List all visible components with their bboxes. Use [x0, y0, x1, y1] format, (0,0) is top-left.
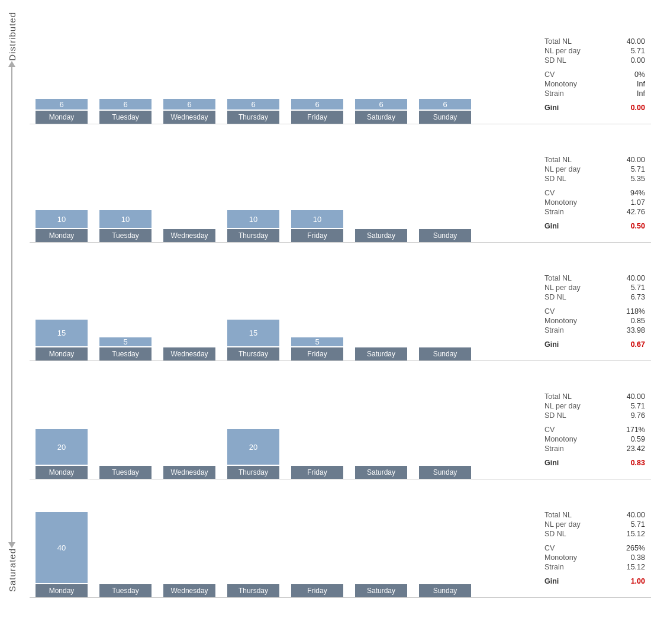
stat-sd-nl-5: SD NL 15.12 — [544, 530, 645, 538]
stat-nl-per-day-4: NL per day 5.71 — [544, 402, 645, 410]
day-col-1-5: 6Saturday — [349, 99, 413, 124]
bar-2-1: 10 — [99, 210, 152, 228]
bar-5-0: 40 — [36, 512, 88, 583]
day-col-1-6: 6Sunday — [413, 99, 477, 124]
cv-label: CV — [544, 70, 555, 79]
day-label-5-5: Saturday — [355, 584, 407, 597]
day-col-4-2: Wednesday — [157, 465, 221, 479]
day-label-5-3: Thursday — [227, 584, 279, 597]
bar-1-2: 6 — [163, 99, 215, 110]
day-label-4-0: Monday — [36, 466, 88, 479]
cv-value: 118% — [626, 307, 645, 315]
gini-value-3: 0.67 — [631, 340, 645, 349]
day-col-4-1: Tuesday — [94, 465, 157, 479]
day-col-4-3: 20Thursday — [221, 429, 285, 479]
sd-nl-value: 0.00 — [631, 56, 645, 65]
day-label-2-3: Thursday — [227, 229, 279, 242]
day-col-1-1: 6Tuesday — [94, 99, 157, 124]
scenario-2: 10Monday10TuesdayWednesday10Thursday10Fr… — [30, 124, 651, 243]
cv-value: 94% — [630, 189, 645, 197]
stat-cv-3: CV 118% — [544, 307, 645, 315]
day-label-3-6: Sunday — [419, 347, 471, 360]
stat-monotony-1: Monotony Inf — [544, 80, 645, 88]
arrow-container — [8, 61, 15, 548]
strain-value: 15.12 — [627, 563, 645, 571]
day-col-1-4: 6Friday — [285, 99, 349, 124]
sd-nl-value: 15.12 — [627, 530, 645, 538]
cv-label: CV — [544, 307, 555, 315]
gini-label-4: Gini — [544, 459, 559, 467]
day-label-2-5: Saturday — [355, 229, 407, 242]
day-col-2-3: 10Thursday — [221, 210, 285, 242]
day-col-5-6: Sunday — [413, 583, 477, 597]
cv-value: 0% — [634, 70, 645, 79]
monotony-label: Monotony — [544, 553, 577, 562]
bar-4-0: 20 — [36, 429, 88, 465]
monotony-label: Monotony — [544, 435, 577, 443]
day-label-4-1: Tuesday — [99, 466, 152, 479]
sd-nl-value: 5.35 — [631, 175, 645, 183]
bar-1-0: 6 — [36, 99, 88, 110]
day-label-3-4: Friday — [291, 347, 343, 360]
day-label-4-6: Sunday — [419, 466, 471, 479]
gini-label-1: Gini — [544, 104, 559, 112]
stat-cv-5: CV 265% — [544, 544, 645, 552]
bars-row-4: 20MondayTuesdayWednesday20ThursdayFriday… — [30, 402, 533, 479]
day-col-4-6: Sunday — [413, 465, 477, 479]
stat-strain-2: Strain 42.76 — [544, 208, 645, 216]
chart-section-5: 40MondayTuesdayWednesdayThursdayFridaySa… — [30, 503, 533, 597]
chart-section-1: 6Monday6Tuesday6Wednesday6Thursday6Frida… — [30, 29, 533, 124]
strain-value: 33.98 — [627, 326, 645, 334]
stat-strain-1: Strain Inf — [544, 89, 645, 98]
stat-monotony-4: Monotony 0.59 — [544, 435, 645, 443]
day-label-2-2: Wednesday — [163, 229, 215, 242]
gini-label-5: Gini — [544, 577, 559, 585]
day-label-1-6: Sunday — [419, 111, 471, 124]
gini-value-5: 1.00 — [631, 577, 645, 585]
nl-per-day-value: 5.71 — [631, 165, 645, 173]
day-label-4-2: Wednesday — [163, 466, 215, 479]
stat-sd-nl-3: SD NL 6.73 — [544, 293, 645, 301]
sd-nl-label: SD NL — [544, 530, 566, 538]
day-col-1-2: 6Wednesday — [157, 99, 221, 124]
stat-nl-per-day-1: NL per day 5.71 — [544, 47, 645, 55]
monotony-label: Monotony — [544, 317, 577, 325]
stats-section-5: Total NL 40.00 NL per day 5.71 SD NL 15.… — [533, 505, 651, 597]
stats-group-1-4: Total NL 40.00 NL per day 5.71 SD NL 9.7… — [544, 392, 645, 420]
monotony-value: Inf — [637, 80, 645, 88]
total-nl-label: Total NL — [544, 274, 572, 282]
stat-total-nl-2: Total NL 40.00 — [544, 156, 645, 164]
day-label-1-1: Tuesday — [99, 111, 152, 124]
stat-total-nl-5: Total NL 40.00 — [544, 511, 645, 519]
day-col-4-0: 20Monday — [30, 429, 94, 479]
day-label-5-1: Tuesday — [99, 584, 152, 597]
stats-group-2-1: CV 0% Monotony Inf Strain Inf — [544, 70, 645, 98]
bar-3-0: 15 — [36, 320, 88, 346]
total-nl-label: Total NL — [544, 392, 572, 401]
bar-3-4: 5 — [291, 337, 343, 346]
stats-group-1-2: Total NL 40.00 NL per day 5.71 SD NL 5.3… — [544, 156, 645, 183]
day-label-3-0: Monday — [36, 347, 88, 360]
day-label-2-1: Tuesday — [99, 229, 152, 242]
stat-sd-nl-2: SD NL 5.35 — [544, 175, 645, 183]
total-nl-value: 40.00 — [627, 156, 645, 164]
stat-total-nl-3: Total NL 40.00 — [544, 274, 645, 282]
day-col-3-2: Wednesday — [157, 346, 221, 360]
stat-monotony-5: Monotony 0.38 — [544, 553, 645, 562]
day-label-2-4: Friday — [291, 229, 343, 242]
bar-1-1: 6 — [99, 99, 152, 110]
cv-value: 265% — [626, 544, 645, 552]
chart-section-4: 20MondayTuesdayWednesday20ThursdayFriday… — [30, 384, 533, 479]
day-label-2-6: Sunday — [419, 229, 471, 242]
gini-row-2: Gini 0.50 — [544, 222, 645, 230]
gini-row-3: Gini 0.67 — [544, 340, 645, 349]
bar-2-3: 10 — [227, 210, 279, 228]
monotony-label: Monotony — [544, 198, 577, 207]
day-col-3-5: Saturday — [349, 346, 413, 360]
sd-nl-value: 6.73 — [631, 293, 645, 301]
bar-2-4: 10 — [291, 210, 343, 228]
stat-cv-4: CV 171% — [544, 426, 645, 434]
total-nl-value: 40.00 — [627, 37, 645, 46]
stats-group-2-5: CV 265% Monotony 0.38 Strain 15.12 — [544, 544, 645, 571]
arrow-up — [8, 61, 15, 67]
